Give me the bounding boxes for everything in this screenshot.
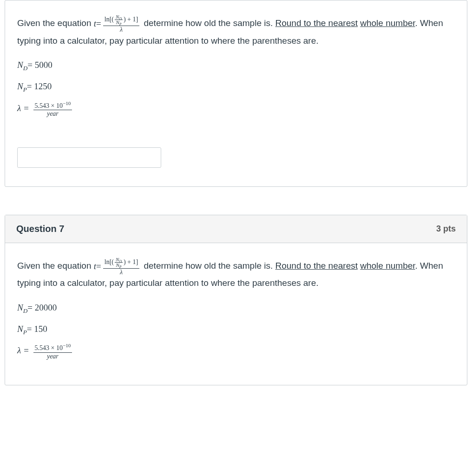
prompt-underline: whole number [360, 261, 415, 271]
prompt-underline: Round to the nearest [275, 261, 358, 271]
question-body: Given the equation t = ln[(NDNP) + 1] λ … [5, 243, 467, 385]
equation: t = ln[(NDNP) + 1] λ [94, 257, 141, 276]
question-header: Question 7 3 pts [5, 215, 467, 243]
question-prompt: Given the equation t = ln[(NDNP) + 1] λ … [17, 257, 455, 291]
prompt-text: Given the equation [17, 261, 94, 271]
question-card-6: Given the equation t = ln[(NDNP) + 1] λ … [5, 0, 467, 187]
value-nd: ND= 20000 [17, 300, 455, 315]
value-lambda: λ = 5.543 × 10−10 year [17, 101, 455, 118]
value-np: NP= 150 [17, 322, 455, 337]
prompt-text: Given the equation [17, 18, 94, 28]
question-body: Given the equation t = ln[(NDNP) + 1] λ … [5, 0, 467, 186]
prompt-underline: whole number [360, 18, 415, 28]
question-prompt: Given the equation t = ln[(NDNP) + 1] λ … [17, 14, 455, 48]
prompt-underline: Round to the nearest [275, 18, 358, 28]
value-nd: ND= 5000 [17, 58, 455, 73]
question-points: 3 pts [436, 224, 456, 234]
value-lambda: λ = 5.543 × 10−10 year [17, 343, 455, 360]
equation: t = ln[(NDNP) + 1] λ [94, 14, 141, 33]
prompt-text: determine how old the sample is. [144, 261, 275, 271]
prompt-text: determine how old the sample is. [144, 18, 275, 28]
answer-input[interactable] [17, 147, 161, 168]
value-np: NP= 1250 [17, 79, 455, 94]
question-card-7: Question 7 3 pts Given the equation t = … [5, 215, 467, 386]
question-title: Question 7 [16, 224, 64, 234]
